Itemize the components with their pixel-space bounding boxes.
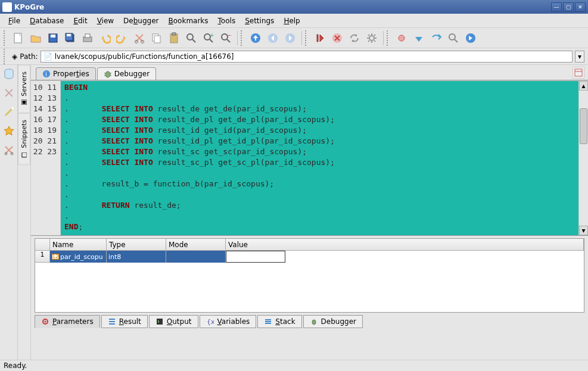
menu-help[interactable]: Help [279, 15, 304, 27]
side-tab-servers[interactable]: ▣Servers [18, 65, 30, 113]
menu-edit[interactable]: Edit [69, 15, 92, 27]
svg-text:i: i [45, 71, 47, 77]
zoom-default-icon[interactable] [183, 30, 200, 46]
svg-text:−: − [227, 32, 232, 38]
cut-ligature-icon[interactable] [2, 86, 15, 99]
cell-name: 12par_id_scopu [50, 251, 107, 263]
menu-view[interactable]: View [92, 15, 119, 27]
run-down-icon[interactable] [410, 30, 427, 46]
info-icon: i [42, 70, 51, 78]
bug-icon [310, 317, 318, 326]
col-value[interactable]: Value [226, 239, 584, 250]
step-list-icon[interactable] [312, 30, 328, 46]
zoom-out-icon[interactable]: − [217, 30, 234, 46]
window-title: KPoGre [14, 3, 551, 11]
left-iconbar [0, 65, 18, 360]
gear-icon[interactable] [363, 30, 380, 46]
btab-stack[interactable]: Stack [257, 315, 301, 328]
undo-icon[interactable] [97, 30, 113, 46]
print-icon[interactable] [79, 30, 96, 46]
svg-rect-34 [575, 69, 582, 76]
path-bar: ◈ Path: 📄 lvanek/scopus/public/Functions… [0, 48, 588, 65]
detach-panel-icon[interactable] [573, 67, 584, 79]
btab-result[interactable]: Result [101, 315, 148, 328]
svg-point-33 [105, 71, 110, 77]
menu-file[interactable]: File [4, 15, 25, 27]
main-toolbar: + − [0, 28, 588, 48]
cut-icon[interactable] [131, 30, 148, 46]
breakpoint-icon [41, 317, 49, 326]
bookmark-star-icon[interactable] [2, 124, 15, 138]
status-bar: Ready. [0, 360, 588, 371]
window-titlebar: ◧ KPoGre — ▢ ✕ [0, 0, 588, 14]
copy-icon[interactable] [148, 30, 165, 46]
svg-rect-5 [67, 34, 71, 36]
save-icon[interactable] [45, 30, 61, 46]
wand-icon[interactable] [2, 105, 15, 119]
rowhdr-corner[interactable] [35, 239, 50, 250]
toolbar-handle[interactable] [4, 30, 7, 46]
btab-output[interactable]: Output [149, 315, 198, 328]
tab-debugger[interactable]: Debugger [97, 67, 156, 80]
close-button[interactable]: ✕ [575, 2, 586, 12]
minimize-button[interactable]: — [551, 2, 562, 12]
table-row[interactable]: 1 12par_id_scopu int8 [35, 251, 584, 263]
side-tab-snippets[interactable]: ❐Snippets [18, 113, 30, 165]
find-icon[interactable] [445, 30, 462, 46]
open-folder-icon[interactable] [27, 30, 44, 46]
menu-bookmarks[interactable]: Bookmarks [164, 15, 213, 27]
step-over-icon[interactable] [428, 30, 444, 46]
scroll-down-button[interactable]: ▾ [579, 226, 588, 235]
toolbar-handle-3[interactable] [305, 30, 309, 46]
parameters-table: Name Type Mode Value 1 12par_id_scopu in… [35, 238, 584, 313]
btab-parameters[interactable]: Parameters [35, 315, 100, 328]
arrow-up-icon[interactable] [247, 30, 264, 46]
tab-properties[interactable]: i Properties [36, 67, 96, 80]
paste-icon[interactable] [166, 30, 182, 46]
parameters-panel: Name Type Mode Value 1 12par_id_scopu in… [31, 235, 588, 360]
save-multi-icon[interactable] [62, 30, 79, 46]
path-input[interactable]: 📄 lvanek/scopus/public/Functions/functio… [41, 51, 573, 63]
svg-text:{x}: {x} [207, 318, 214, 325]
code-area[interactable]: BEGIN . . SELECT INTO result_de get_de(p… [61, 81, 578, 235]
main-tabs: i Properties Debugger [31, 65, 588, 80]
toolbar-handle-2[interactable] [241, 30, 244, 46]
redo-icon[interactable] [114, 30, 130, 46]
svg-point-23 [369, 36, 374, 40]
col-mode[interactable]: Mode [166, 239, 226, 250]
bottom-tab-bar: Parameters Result Output {x}Variables St… [35, 313, 584, 331]
menubar: File Database Edit View Debugger Bookmar… [0, 14, 588, 28]
btab-variables[interactable]: {x}Variables [200, 315, 257, 328]
path-db-icon: 📄 [43, 52, 52, 61]
cell-value-input[interactable] [226, 251, 285, 263]
menu-database[interactable]: Database [25, 15, 69, 27]
vertical-scrollbar[interactable]: ▴ ▾ [578, 81, 588, 235]
col-name[interactable]: Name [50, 239, 107, 250]
stop-icon[interactable] [329, 30, 346, 46]
menu-tools[interactable]: Tools [213, 15, 241, 27]
database-icon[interactable] [2, 67, 15, 80]
arrow-back-icon[interactable] [265, 30, 281, 46]
goto-icon[interactable] [462, 30, 479, 46]
code-editor: 10 11 12 13 14 15 16 17 18 19 20 21 22 2… [31, 80, 588, 235]
svg-text:+: + [210, 32, 214, 38]
maximize-button[interactable]: ▢ [563, 2, 574, 12]
scissors-icon[interactable] [2, 144, 15, 157]
arrow-forward-icon[interactable] [282, 30, 298, 46]
refresh-icon[interactable] [346, 30, 363, 46]
path-dropdown-button[interactable]: ▾ [575, 51, 584, 63]
terminal-icon [155, 317, 164, 326]
scroll-thumb[interactable] [580, 108, 587, 144]
menu-debugger[interactable]: Debugger [119, 15, 163, 27]
col-type[interactable]: Type [107, 239, 166, 250]
path-handle[interactable] [4, 49, 7, 64]
new-file-icon[interactable] [10, 30, 27, 46]
zoom-in-icon[interactable]: + [200, 30, 217, 46]
btab-debugger[interactable]: Debugger [303, 315, 363, 328]
toolbar-handle-4[interactable] [387, 30, 390, 46]
svg-rect-37 [157, 319, 163, 325]
menu-settings[interactable]: Settings [240, 15, 279, 27]
scroll-up-button[interactable]: ▴ [579, 81, 588, 91]
stack-icon [264, 317, 272, 326]
breakpoint-icon[interactable] [393, 30, 410, 46]
